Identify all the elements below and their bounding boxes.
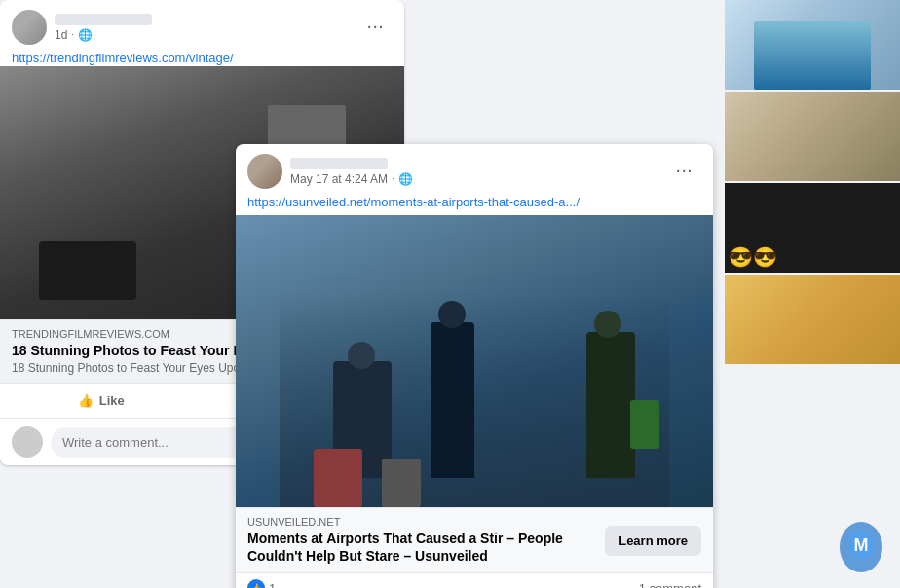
front-globe-icon: 🌐 [398, 172, 413, 186]
svg-text:M: M [854, 535, 869, 555]
front-post-image [236, 215, 713, 507]
front-post-header-left: May 17 at 4:24 AM · 🌐 [247, 154, 413, 189]
front-post-header: May 17 at 4:24 AM · 🌐 ··· [236, 144, 713, 195]
front-poster-name [290, 158, 388, 169]
figure-green [586, 332, 635, 478]
front-post: May 17 at 4:24 AM · 🌐 ··· https://usunve… [236, 144, 713, 588]
like-button[interactable]: 👍 Like [0, 386, 203, 416]
front-dot-separator: · [392, 173, 394, 184]
like-icon: 👍 [78, 393, 94, 408]
luggage-1 [314, 449, 362, 507]
post-time-text: 1d [55, 28, 67, 42]
photo-thumb-2 [725, 92, 900, 181]
commenter-avatar [12, 426, 43, 458]
globe-icon: 🌐 [78, 28, 93, 42]
front-more-options-button[interactable]: ··· [668, 160, 701, 183]
more-options-button[interactable]: ··· [359, 16, 393, 39]
photo-thumb-1 [725, 0, 900, 90]
airport-photo [236, 215, 713, 507]
front-ellipsis-icon: ··· [676, 164, 694, 179]
front-poster-avatar [247, 154, 282, 189]
reactions-bar: 👍 1 1 comment [236, 572, 713, 588]
reactions-left: 👍 1 [247, 579, 276, 588]
dot-separator: · [71, 29, 74, 40]
malwarebytes-logo: M [832, 516, 890, 574]
front-post-time: May 17 at 4:24 AM · 🌐 [290, 172, 413, 186]
reactions-right: 1 comment [639, 581, 701, 588]
front-post-link[interactable]: https://usunveiled.net/moments-at-airpor… [236, 195, 713, 215]
like-label: Like [99, 393, 125, 408]
photo-thumb-4 [725, 275, 900, 364]
back-post-header-left: 1d · 🌐 [12, 10, 152, 45]
photo-thumb-3: 😎😎 [725, 183, 900, 273]
back-post-header: 1d · 🌐 ··· [0, 0, 404, 49]
page-container: 1d · 🌐 ··· https://trendingfilmreviews.c… [0, 0, 900, 588]
watermark: M [832, 516, 890, 578]
figure-stand [431, 322, 474, 478]
like-reaction-emoji: 👍 [247, 579, 265, 588]
front-article-source: USUNVEILED.NET [247, 516, 595, 528]
front-post-article: USUNVEILED.NET Moments at Airports That … [236, 507, 713, 572]
post-time: 1d · 🌐 [55, 28, 152, 42]
post-meta: 1d · 🌐 [55, 14, 152, 42]
avatar [12, 10, 47, 45]
comments-count: 1 comment [639, 581, 701, 588]
right-photos-column: 😎😎 [725, 0, 900, 366]
ellipsis-icon: ··· [367, 19, 385, 35]
front-post-meta: May 17 at 4:24 AM · 🌐 [290, 158, 413, 186]
reactions-count: 1 [269, 581, 276, 588]
front-article-title: Moments at Airports That Caused a Stir –… [247, 530, 595, 565]
learn-more-button[interactable]: Learn more [605, 526, 701, 556]
green-bag [630, 400, 659, 449]
luggage-2 [382, 459, 421, 507]
emoji-display: 😎😎 [729, 245, 777, 269]
poster-name [55, 14, 152, 25]
front-article-content: USUNVEILED.NET Moments at Airports That … [247, 516, 605, 565]
front-post-time-text: May 17 at 4:24 AM [290, 172, 388, 186]
